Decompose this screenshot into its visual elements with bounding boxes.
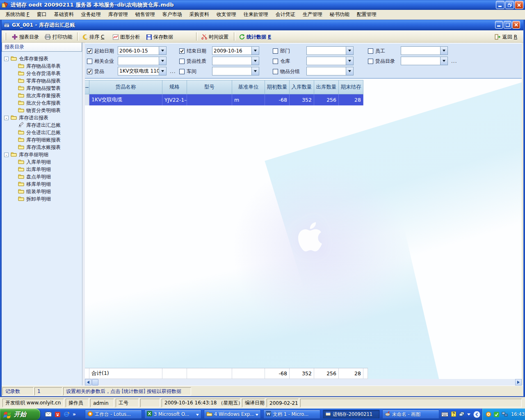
tree-group-3[interactable]: -库存单据明细: [2, 151, 82, 158]
horizontal-scrollbar[interactable]: [85, 379, 522, 386]
taskbar-task-4[interactable]: 文档 1 - Micro...: [263, 410, 320, 419]
tray-collapse-icon[interactable]: [473, 411, 480, 418]
taskbar-task-3[interactable]: 4 Windows Exp...: [204, 410, 261, 419]
tree-item-1-5[interactable]: 批次库存量报表: [2, 92, 82, 99]
toolbar-grip[interactable]: [4, 33, 6, 40]
child-minimize-button[interactable]: [495, 21, 503, 29]
filter-more-button[interactable]: ...: [170, 68, 176, 74]
toolbar-button-2[interactable]: 打印功能: [43, 32, 74, 42]
combo-dropdown-icon[interactable]: [346, 67, 353, 75]
filter-combo-货品[interactable]: 1KV交联电缆 110(: [118, 67, 167, 75]
toolbar-button-3[interactable]: 排序C: [80, 32, 106, 42]
network-tray-icon[interactable]: [502, 412, 508, 417]
toolbar-button-6[interactable]: 时间设置: [199, 32, 231, 42]
minimize-button[interactable]: [496, 1, 504, 9]
back-button[interactable]: 返回R: [493, 32, 519, 42]
combo-dropdown-icon[interactable]: [346, 57, 353, 65]
table-row[interactable]: 1KV交联电缆YJV22-1-4m-6835225628: [85, 94, 363, 105]
tree-item-2-1[interactable]: 库存进出汇总账: [2, 121, 82, 129]
column-header-5[interactable]: 基准单位: [232, 80, 265, 94]
combo-dropdown-icon[interactable]: [251, 47, 259, 55]
tree-item-1-3[interactable]: 零库存物品报表: [2, 77, 82, 84]
menu-item-14[interactable]: 配置管理: [353, 10, 380, 19]
filter-combo-车间[interactable]: [212, 67, 259, 75]
child-maximize-button[interactable]: [504, 21, 511, 29]
menu-item-13[interactable]: 秘书功能: [326, 10, 353, 19]
tree-group-1[interactable]: -仓库存量报表: [2, 55, 82, 62]
filter-checkbox[interactable]: [179, 69, 185, 74]
toolbar-button-4[interactable]: 图形分析: [111, 32, 142, 42]
menu-item-2[interactable]: 窗口: [33, 10, 50, 19]
menu-item-12[interactable]: 生产管理: [299, 10, 326, 19]
filter-combo-货品性质[interactable]: [212, 57, 259, 65]
toolbar-button-1[interactable]: 报表目录: [10, 32, 41, 42]
filter-checkbox[interactable]: [368, 59, 373, 64]
column-header-3[interactable]: 规格: [162, 80, 187, 94]
window-switch-tray-icon[interactable]: [459, 412, 464, 417]
tree-expander-icon[interactable]: -: [4, 57, 9, 61]
scroll-right-arrow[interactable]: [515, 379, 522, 386]
chevron-down-icon[interactable]: [467, 413, 470, 415]
filter-checkbox[interactable]: [368, 48, 373, 54]
tree-expander-icon[interactable]: -: [4, 153, 9, 157]
filter-checkbox[interactable]: [87, 69, 92, 74]
combo-dropdown-icon[interactable]: [159, 57, 166, 65]
filter-checkbox[interactable]: [179, 59, 185, 64]
tree-item-1-7[interactable]: 物资分类明细表: [2, 107, 82, 114]
menu-item-9[interactable]: 收支管理: [213, 10, 240, 19]
toolbar-button-7[interactable]: 统计数据E: [237, 32, 273, 42]
child-titlebar[interactable]: GX_001 - 库存进出汇总账: [2, 20, 523, 30]
quicklaunch-overflow-chevron[interactable]: »: [73, 411, 76, 417]
column-header-8[interactable]: 出库数量: [314, 80, 339, 94]
column-header-4[interactable]: 型号: [187, 80, 232, 94]
ie-icon[interactable]: [64, 411, 69, 417]
filter-checkbox[interactable]: [273, 69, 278, 74]
tree-item-3-5[interactable]: 组装单明细: [2, 188, 82, 195]
filter-checkbox[interactable]: [87, 59, 92, 64]
filter-combo-物品分组[interactable]: [306, 67, 354, 75]
mail-icon[interactable]: [45, 412, 52, 417]
tree-group-2[interactable]: -库存进出报表: [2, 114, 82, 121]
filter-checkbox[interactable]: [179, 48, 185, 54]
antivirus-tray-icon[interactable]: [494, 412, 499, 417]
combo-dropdown-icon[interactable]: [440, 47, 447, 55]
tree-expander-icon[interactable]: -: [4, 116, 9, 120]
column-header-9[interactable]: 期末结存: [339, 80, 363, 94]
menu-item-10[interactable]: 往来款管理: [240, 10, 272, 19]
column-header-6[interactable]: 期初数量: [265, 80, 290, 94]
filter-combo-相关企业[interactable]: [118, 57, 167, 65]
filter-more-button[interactable]: ...: [451, 58, 457, 64]
combo-dropdown-icon[interactable]: [440, 57, 447, 65]
menu-item-7[interactable]: 客户市场: [159, 10, 186, 19]
filter-checkbox[interactable]: [273, 48, 278, 54]
filter-checkbox[interactable]: [87, 48, 92, 54]
tree-item-2-3[interactable]: 库存明细账报表: [2, 136, 82, 144]
combo-dropdown-icon[interactable]: [159, 47, 166, 55]
tree-item-3-2[interactable]: 出库单明细: [2, 166, 82, 173]
tree-item-2-2[interactable]: 分仓进出汇总账: [2, 129, 82, 136]
keyboard-tray-icon[interactable]: [441, 412, 448, 417]
taskbar-task-2[interactable]: 3 Microsoft O...: [144, 410, 201, 419]
tree-item-1-2[interactable]: 分仓存货清单表: [2, 70, 82, 77]
task-group-chevron-icon[interactable]: [196, 411, 199, 417]
filter-combo-员工[interactable]: [401, 46, 448, 55]
filter-combo-货品目录[interactable]: [401, 57, 448, 65]
toolbar-button-5[interactable]: 保存数据: [144, 32, 175, 42]
menu-item-11[interactable]: 会计凭证: [272, 10, 299, 19]
menu-item-1[interactable]: 系统功能 F: [2, 10, 33, 19]
filter-combo-结束日期[interactable]: 2009-10-16: [212, 46, 259, 55]
red-app-icon[interactable]: [55, 412, 60, 417]
taskbar-task-1[interactable]: 工作台 - Lotus...: [85, 410, 142, 419]
menu-item-3[interactable]: 基础资料: [50, 10, 78, 19]
filter-combo-仓库[interactable]: [306, 57, 354, 65]
menu-item-4[interactable]: 业务处理: [78, 10, 105, 19]
close-button[interactable]: [515, 1, 523, 9]
tree-item-2-4[interactable]: 库存流水账报表: [2, 144, 82, 151]
scroll-left-arrow[interactable]: [85, 379, 91, 386]
filter-combo-起始日期[interactable]: 2006-10-15: [118, 46, 167, 55]
menu-item-8[interactable]: 采购资料: [186, 10, 213, 19]
tree-item-1-6[interactable]: 批次分仓库报表: [2, 99, 82, 107]
task-group-chevron-icon[interactable]: [256, 411, 258, 417]
tree-item-3-4[interactable]: 移库单明细: [2, 180, 82, 188]
help-tray-icon[interactable]: [451, 411, 456, 417]
